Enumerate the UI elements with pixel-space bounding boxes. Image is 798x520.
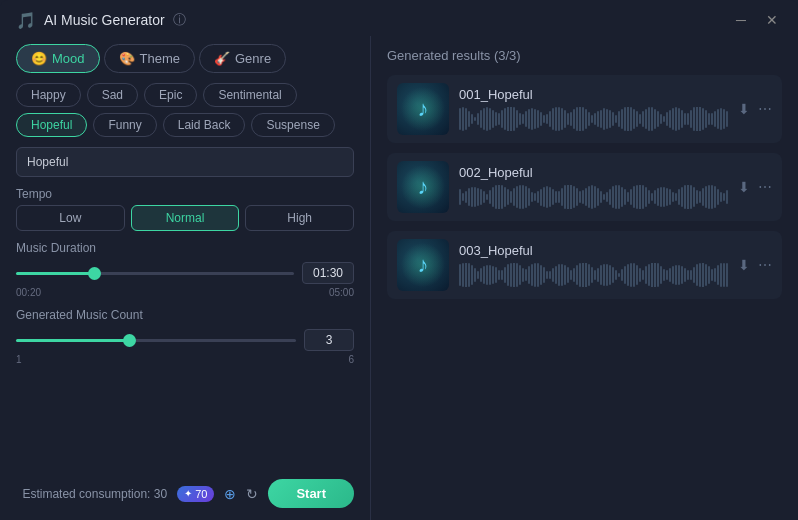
result-item-2: ♪ 002_Hopeful ⬇ ⋯	[387, 153, 782, 221]
result-content-3: 003_Hopeful	[459, 243, 728, 287]
title-bar: 🎵 AI Music Generator ⓘ ─ ✕	[0, 0, 798, 36]
tab-theme[interactable]: 🎨 Theme	[104, 44, 195, 73]
mood-tab-icon: 😊	[31, 51, 47, 66]
genre-tab-icon: 🎸	[214, 51, 230, 66]
waveform-2	[459, 185, 728, 209]
app-title: AI Music Generator	[44, 12, 165, 28]
result-content-1: 001_Hopeful	[459, 87, 728, 131]
consumption-text: Estimated consumption: 30	[22, 487, 167, 501]
music-note-icon-2: ♪	[418, 174, 429, 200]
count-label: Generated Music Count	[16, 308, 354, 322]
result-name-3: 003_Hopeful	[459, 243, 728, 258]
results-header: Generated results (3/3)	[387, 48, 782, 63]
mood-laid-back[interactable]: Laid Back	[163, 113, 246, 137]
result-actions-1: ⬇ ⋯	[738, 101, 772, 117]
count-min: 1	[16, 354, 22, 365]
bottom-bar: Estimated consumption: 30 ✦ 70 ⊕ ↻ Start	[16, 471, 354, 508]
mood-happy[interactable]: Happy	[16, 83, 81, 107]
count-max: 6	[348, 354, 354, 365]
tempo-high[interactable]: High	[245, 205, 354, 231]
add-credits-icon[interactable]: ⊕	[224, 486, 236, 502]
right-panel: Generated results (3/3) ♪ 001_Hopeful ⬇ …	[371, 36, 798, 520]
result-actions-3: ⬇ ⋯	[738, 257, 772, 273]
mood-text-input[interactable]	[16, 147, 354, 177]
credits-value: 70	[195, 488, 207, 500]
result-item-1: ♪ 001_Hopeful ⬇ ⋯	[387, 75, 782, 143]
duration-section: Music Duration 01:30 00:20 05:00	[16, 241, 354, 298]
minimize-button[interactable]: ─	[732, 10, 750, 30]
result-thumb-3: ♪	[397, 239, 449, 291]
tempo-label: Tempo	[16, 187, 354, 201]
mood-grid: Happy Sad Epic Sentimental Hopeful Funny…	[16, 83, 354, 137]
close-button[interactable]: ✕	[762, 10, 782, 30]
tempo-low[interactable]: Low	[16, 205, 125, 231]
more-icon-1[interactable]: ⋯	[758, 101, 772, 117]
waveform-1	[459, 107, 728, 131]
music-note-icon-3: ♪	[418, 252, 429, 278]
download-icon-3[interactable]: ⬇	[738, 257, 750, 273]
mood-sentimental[interactable]: Sentimental	[203, 83, 296, 107]
result-thumb-2: ♪	[397, 161, 449, 213]
app-icon: 🎵	[16, 11, 36, 30]
result-name-1: 001_Hopeful	[459, 87, 728, 102]
mood-funny[interactable]: Funny	[93, 113, 156, 137]
download-icon-2[interactable]: ⬇	[738, 179, 750, 195]
duration-label: Music Duration	[16, 241, 354, 255]
duration-slider[interactable]	[16, 272, 294, 275]
result-content-2: 002_Hopeful	[459, 165, 728, 209]
ai-icon: ✦	[184, 488, 192, 499]
result-item-3: ♪ 003_Hopeful ⬇ ⋯	[387, 231, 782, 299]
mood-sad[interactable]: Sad	[87, 83, 138, 107]
ai-badge: ✦ 70	[177, 486, 214, 502]
tab-mood[interactable]: 😊 Mood	[16, 44, 100, 73]
duration-min: 00:20	[16, 287, 41, 298]
tab-row: 😊 Mood 🎨 Theme 🎸 Genre	[16, 44, 354, 73]
more-icon-2[interactable]: ⋯	[758, 179, 772, 195]
start-button[interactable]: Start	[268, 479, 354, 508]
count-slider[interactable]	[16, 339, 296, 342]
download-icon-1[interactable]: ⬇	[738, 101, 750, 117]
result-name-2: 002_Hopeful	[459, 165, 728, 180]
mood-hopeful[interactable]: Hopeful	[16, 113, 87, 137]
count-section: Generated Music Count 3 1 6	[16, 308, 354, 365]
count-value: 3	[304, 329, 354, 351]
duration-max: 05:00	[329, 287, 354, 298]
tab-genre[interactable]: 🎸 Genre	[199, 44, 286, 73]
tempo-normal[interactable]: Normal	[131, 205, 240, 231]
tempo-section: Tempo Low Normal High	[16, 187, 354, 231]
left-panel: 😊 Mood 🎨 Theme 🎸 Genre Happy Sad Epic Se…	[0, 36, 371, 520]
waveform-3	[459, 263, 728, 287]
duration-value: 01:30	[302, 262, 354, 284]
music-note-icon-1: ♪	[418, 96, 429, 122]
theme-tab-icon: 🎨	[119, 51, 135, 66]
refresh-icon[interactable]: ↻	[246, 486, 258, 502]
more-icon-3[interactable]: ⋯	[758, 257, 772, 273]
tempo-buttons: Low Normal High	[16, 205, 354, 231]
result-thumb-1: ♪	[397, 83, 449, 135]
result-actions-2: ⬇ ⋯	[738, 179, 772, 195]
help-icon[interactable]: ⓘ	[173, 11, 186, 29]
mood-epic[interactable]: Epic	[144, 83, 197, 107]
mood-suspense[interactable]: Suspense	[251, 113, 334, 137]
